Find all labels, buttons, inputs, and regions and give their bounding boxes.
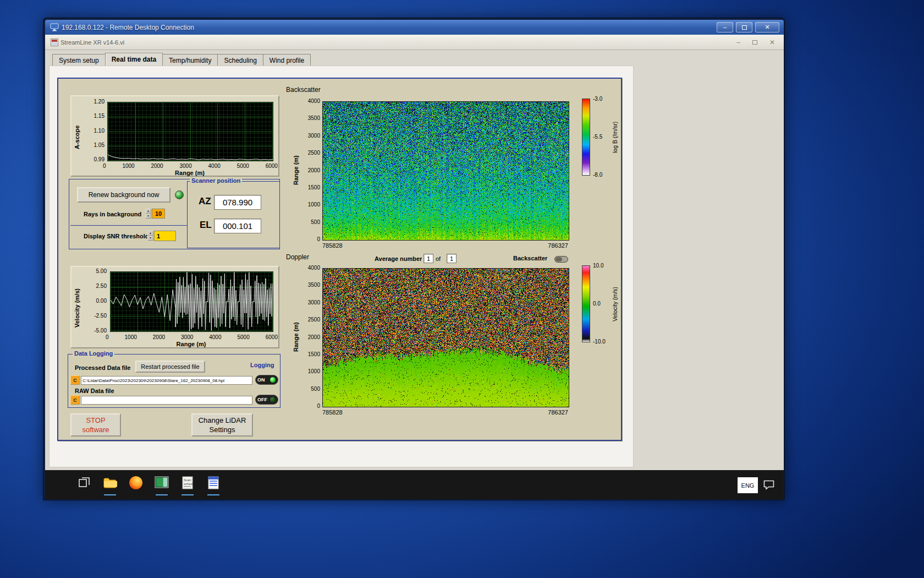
media-app-icon: [155, 476, 169, 488]
tick-label: 500: [311, 386, 320, 392]
app-titlebar[interactable]: StreamLine XR v14-6.vi – ✕: [45, 35, 784, 50]
tick-label: 1000: [122, 163, 134, 169]
stop-line1: STOP: [86, 416, 105, 425]
vi-app-icon: [51, 39, 58, 46]
velocity-x-axis-label: Range (m): [110, 341, 272, 347]
tab-bar: System setup Real time data Temp/humidit…: [52, 53, 310, 67]
rdp-close-button[interactable]: ✕: [755, 22, 779, 32]
tick-label: 0: [103, 163, 106, 169]
file-explorer-button[interactable]: [102, 475, 118, 495]
raw-path-field[interactable]: [81, 396, 252, 405]
rays-spinner[interactable]: ▲▼: [145, 209, 151, 219]
velocity-y-axis-label: Velocity (m/s): [73, 270, 81, 346]
tick-label: 1500: [308, 352, 320, 357]
tick-label: 2.50: [96, 283, 107, 289]
tick-label: 0: [317, 403, 320, 409]
schedule-doc-button[interactable]: [205, 475, 222, 495]
tick-label: 5000: [237, 163, 249, 169]
tick-label: 5000: [237, 334, 249, 340]
tick-label: -2.50: [94, 313, 107, 319]
snr-value[interactable]: 1: [154, 231, 176, 241]
backscatter-switch-label: Backscatter: [513, 255, 547, 261]
tick-label: -3.0: [593, 96, 602, 102]
tab-wind-profile[interactable]: Wind profile: [263, 54, 311, 67]
logging-off-led: [270, 396, 276, 403]
firefox-button[interactable]: [128, 475, 144, 495]
tick-label: 2000: [308, 168, 320, 173]
processed-drive-button[interactable]: C: [70, 375, 80, 385]
rdp-titlebar[interactable]: 192.168.0.122 - Remote Desktop Connectio…: [45, 20, 784, 35]
scanner-position-box: Scanner position AZ 078.990 EL 000.101: [187, 181, 280, 248]
doppler-colorbar-label: Velocity (m/s): [610, 265, 619, 342]
processed-logging-toggle[interactable]: ON: [255, 375, 278, 385]
tick-label: 3000: [308, 133, 320, 139]
app-minimize-button[interactable]: –: [736, 38, 740, 47]
stop-software-button[interactable]: STOP software: [70, 413, 121, 437]
notification-chat-icon[interactable]: [763, 479, 775, 490]
velocity-plot: [110, 271, 273, 332]
a-scope-plot: [107, 102, 273, 161]
maximize-icon: [742, 25, 747, 30]
rays-value[interactable]: 10: [152, 209, 165, 219]
main-panel: A-scope 1.201.151.101.050.99 01000200030…: [57, 78, 622, 441]
tab-temp-humidity[interactable]: Temp/humidity: [162, 54, 218, 67]
tick-label: 5.00: [96, 269, 107, 274]
task-view-icon: [78, 476, 91, 489]
doppler-x-end: 786327: [548, 409, 568, 416]
rdp-minimize-button[interactable]: –: [717, 22, 733, 32]
tick-label: 0: [317, 237, 320, 242]
scan-scheduler-icon: Scansched: [182, 476, 194, 489]
rdp-window-title: 192.168.0.122 - Remote Desktop Connectio…: [62, 24, 194, 31]
raw-drive-button[interactable]: C: [70, 395, 80, 405]
tick-label: 4000: [308, 99, 320, 104]
el-value[interactable]: 000.101: [214, 219, 261, 233]
tab-real-time-data[interactable]: Real time data: [105, 53, 163, 67]
tick-label: -10.0: [593, 339, 606, 345]
average-number-value[interactable]: 1: [424, 254, 433, 263]
tick-label: 0.0: [593, 301, 601, 307]
renew-background-button[interactable]: Renew background now: [77, 187, 170, 203]
active-app-indicator: [104, 494, 116, 495]
app-maximize-button[interactable]: [752, 38, 757, 47]
tick-label: 3500: [308, 116, 320, 121]
rdp-maximize-button[interactable]: [736, 22, 752, 32]
doppler-x-ticks: 785828 786327: [322, 409, 568, 416]
tick-label: 1.05: [94, 143, 105, 148]
tick-label: 3500: [308, 282, 320, 288]
media-app-button[interactable]: [153, 475, 170, 495]
change-lidar-settings-button[interactable]: Change LiDAR Settings: [191, 413, 253, 437]
app-window-title: StreamLine XR v14-6.vi: [61, 39, 124, 46]
doppler-colorbar: [582, 265, 590, 342]
tick-label: 1000: [308, 202, 320, 208]
language-indicator[interactable]: ENG: [738, 477, 758, 493]
scan-scheduler-button[interactable]: Scansched: [179, 475, 196, 495]
active-app-indicator: [207, 494, 219, 495]
a-scope-panel: A-scope 1.201.151.101.050.99 01000200030…: [70, 95, 279, 177]
data-logging-box: Data Logging Processed Data file Restart…: [68, 354, 280, 408]
backscatter-display-toggle[interactable]: [554, 256, 568, 263]
doppler-y-axis-label: Range (m): [292, 268, 300, 406]
rdp-window: 192.168.0.122 - Remote Desktop Connectio…: [43, 18, 785, 500]
stop-line2: software: [82, 425, 109, 434]
processed-path-field[interactable]: C:\Lidar\Data\Proc\2023\202309\20230908\…: [81, 376, 252, 385]
tick-label: 3000: [181, 334, 193, 340]
processed-data-file-label: Processed Data file: [75, 364, 131, 371]
tab-system-setup[interactable]: System setup: [52, 54, 106, 67]
app-close-button[interactable]: ✕: [769, 38, 775, 47]
snr-spinner[interactable]: ▲▼: [147, 231, 153, 241]
average-total-value[interactable]: 1: [447, 254, 457, 263]
raw-logging-toggle[interactable]: OFF: [255, 395, 278, 405]
backscatter-colorbar: [582, 99, 590, 176]
tick-label: 4000: [209, 334, 221, 340]
taskbar: Scansched ENG: [45, 470, 784, 499]
tick-label: 3000: [308, 300, 320, 306]
desktop-background: 192.168.0.122 - Remote Desktop Connectio…: [0, 0, 924, 578]
maximize-icon: [752, 40, 757, 45]
scanner-position-title: Scanner position: [190, 177, 242, 184]
renew-background-led: [175, 190, 184, 199]
restart-processed-file-button[interactable]: Restart processed file: [135, 361, 205, 373]
tick-label: 4000: [308, 265, 320, 271]
tab-scheduling[interactable]: Scheduling: [217, 54, 263, 67]
task-view-button[interactable]: [76, 475, 92, 495]
az-value[interactable]: 078.990: [214, 195, 261, 210]
